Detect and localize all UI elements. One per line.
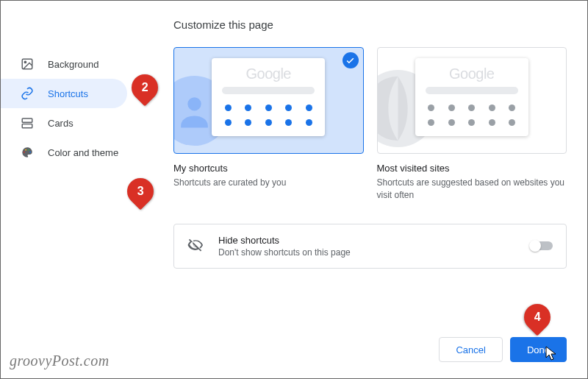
mini-page: Google bbox=[212, 58, 325, 136]
cancel-button[interactable]: Cancel bbox=[439, 337, 502, 362]
sidebar-item-label: Color and theme bbox=[48, 147, 118, 158]
hide-shortcuts-toggle[interactable] bbox=[531, 241, 553, 250]
option-my-shortcuts[interactable]: Google My shortcuts Shortcuts are curate… bbox=[173, 47, 364, 202]
link-icon bbox=[20, 86, 35, 101]
sidebar: Background Shortcuts Cards Color and the… bbox=[1, 1, 133, 378]
svg-point-4 bbox=[24, 152, 25, 153]
annotation-badge-4: 4 bbox=[524, 304, 551, 330]
annotation-badge-2: 2 bbox=[132, 74, 158, 101]
sidebar-item-shortcuts[interactable]: Shortcuts bbox=[1, 79, 127, 108]
svg-point-5 bbox=[25, 149, 26, 151]
cards-icon bbox=[20, 116, 35, 130]
mini-page: Google bbox=[415, 58, 528, 136]
sidebar-item-label: Background bbox=[48, 59, 98, 70]
svg-point-1 bbox=[24, 61, 26, 63]
svg-point-8 bbox=[187, 97, 201, 110]
option-desc: Shortcuts are suggested based on website… bbox=[377, 177, 567, 202]
sidebar-item-label: Shortcuts bbox=[48, 88, 88, 99]
svg-point-6 bbox=[28, 149, 29, 151]
sidebar-item-color-theme[interactable]: Color and theme bbox=[1, 138, 127, 167]
google-logo: Google bbox=[222, 65, 315, 82]
option-desc: Shortcuts are curated by you bbox=[173, 177, 364, 189]
option-most-visited[interactable]: Google Most visited sites Shortcuts are … bbox=[377, 47, 567, 202]
cancel-label: Cancel bbox=[456, 344, 485, 355]
preview-my-shortcuts: Google bbox=[173, 47, 364, 154]
google-logo: Google bbox=[426, 65, 518, 82]
preview-most-visited: Google bbox=[377, 47, 567, 154]
main-panel: Customize this page Google bbox=[133, 1, 587, 378]
hide-title: Hide shortcuts bbox=[218, 235, 531, 246]
image-icon bbox=[20, 57, 35, 71]
option-title: Most visited sites bbox=[377, 163, 567, 174]
sidebar-item-cards[interactable]: Cards bbox=[1, 108, 127, 138]
annotation-badge-3: 3 bbox=[127, 178, 154, 205]
hide-desc: Don't show shortcuts on this page bbox=[218, 247, 531, 258]
sidebar-item-background[interactable]: Background bbox=[1, 49, 127, 79]
palette-icon bbox=[20, 145, 35, 160]
hide-shortcuts-row: Hide shortcuts Don't show shortcuts on t… bbox=[173, 224, 567, 269]
svg-point-7 bbox=[29, 152, 31, 153]
page-title: Customize this page bbox=[173, 18, 567, 31]
watermark: groovyPost.com bbox=[10, 353, 110, 369]
sidebar-item-label: Cards bbox=[48, 118, 74, 129]
option-title: My shortcuts bbox=[173, 163, 364, 174]
mouse-cursor-icon bbox=[545, 346, 559, 364]
svg-rect-3 bbox=[22, 124, 32, 128]
svg-rect-2 bbox=[22, 118, 32, 122]
check-icon bbox=[343, 52, 359, 68]
eye-off-icon bbox=[187, 237, 204, 255]
